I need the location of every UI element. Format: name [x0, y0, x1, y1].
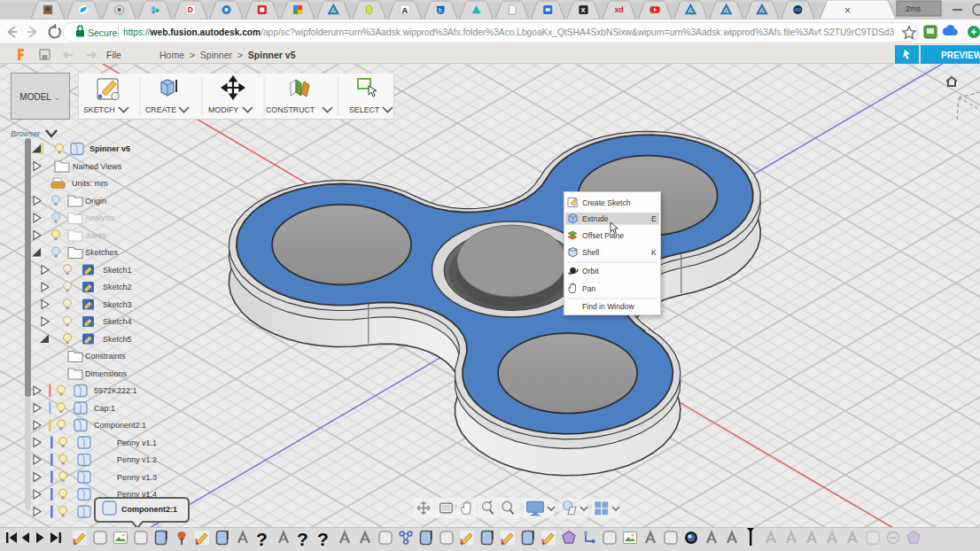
svg-text:Sketch1: Sketch1 [103, 266, 132, 275]
svg-text:Origin: Origin [85, 197, 106, 206]
svg-text:Penny v1.1: Penny v1.1 [117, 438, 157, 447]
svg-text:Sketch4: Sketch4 [103, 317, 132, 326]
svg-text:?: ? [256, 529, 268, 549]
svg-text:?: ? [317, 529, 329, 549]
svg-text:Component2:1: Component2:1 [121, 505, 177, 514]
svg-text:×: × [844, 4, 851, 17]
svg-text:Browser: Browser [11, 129, 41, 138]
svg-text:2ms: 2ms [906, 4, 922, 13]
svg-text:Penny v1.2: Penny v1.2 [117, 455, 157, 464]
svg-text:Shell: Shell [582, 248, 599, 257]
svg-text:Create Sketch: Create Sketch [582, 198, 631, 207]
svg-text:SKETCH: SKETCH [83, 105, 115, 114]
svg-text:D: D [188, 5, 193, 14]
svg-text:K: K [651, 248, 657, 257]
svg-text:Secure: Secure [88, 27, 117, 38]
svg-text:Cap:1: Cap:1 [94, 404, 115, 413]
svg-text:PREVIEW: PREVIEW [941, 50, 980, 60]
svg-text:E: E [651, 214, 657, 223]
svg-text:X: X [581, 6, 587, 14]
svg-text:Units: mm: Units: mm [72, 179, 108, 188]
svg-text:Constraints: Constraints [85, 352, 126, 361]
svg-text:Find in Window: Find in Window [582, 302, 635, 311]
svg-text:Offset Plane: Offset Plane [582, 231, 624, 240]
svg-text:CONSTRUCT: CONSTRUCT [266, 105, 315, 114]
svg-text:Penny v1.3: Penny v1.3 [117, 473, 157, 482]
svg-text:Analysis: Analysis [85, 213, 115, 222]
svg-text:Orbit: Orbit [582, 267, 599, 276]
svg-text:Sketch5: Sketch5 [103, 335, 132, 344]
svg-text:A: A [402, 6, 408, 15]
svg-text:https://web.fusion.autodesk.co: https://web.fusion.autodesk.com/app/sc?w… [123, 27, 894, 37]
svg-text:Spinner v5: Spinner v5 [89, 144, 130, 153]
svg-text:Extrude: Extrude [582, 214, 609, 223]
svg-text:Sketch2: Sketch2 [103, 283, 132, 291]
svg-text:?: ? [297, 529, 308, 549]
svg-text:Sketches: Sketches [85, 248, 119, 257]
svg-text:Named Views: Named Views [73, 162, 122, 171]
svg-text:SELECT: SELECT [349, 105, 380, 114]
svg-text:Pan: Pan [582, 284, 596, 293]
svg-text:Joints: Joints [85, 231, 106, 240]
svg-text:Sketch3: Sketch3 [103, 300, 132, 309]
svg-text:File: File [106, 50, 121, 60]
svg-text:Dimensions: Dimensions [85, 369, 128, 378]
svg-text:5972K222:1: 5972K222:1 [94, 386, 137, 395]
svg-text:CREATE: CREATE [145, 105, 176, 114]
svg-text:Home > Spinner > Spinner v: Home > Spinner > Spinner v5 [159, 50, 296, 60]
svg-text:xd: xd [615, 5, 624, 14]
svg-text:Component2:1: Component2:1 [94, 421, 146, 430]
svg-text:b: b [439, 7, 442, 13]
svg-text:MODIFY: MODIFY [208, 105, 238, 114]
